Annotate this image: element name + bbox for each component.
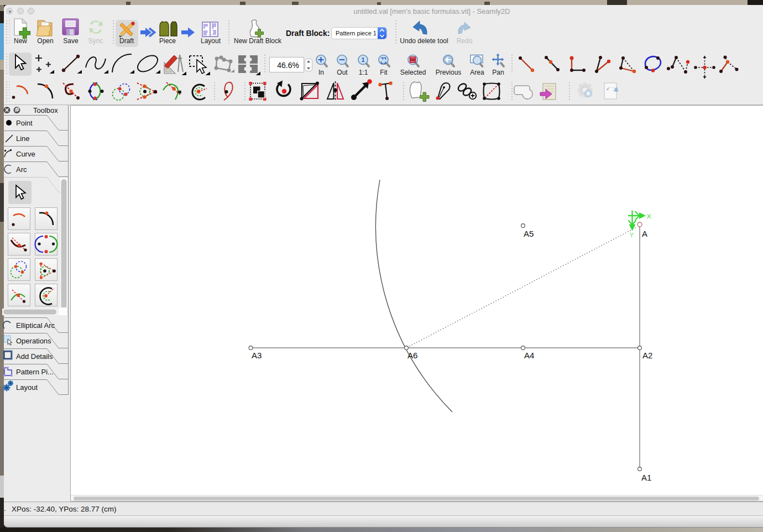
svg-text:Pan: Pan	[492, 69, 504, 76]
svg-text:Area: Area	[470, 69, 484, 76]
svg-text:Sync: Sync	[88, 37, 103, 45]
svg-text:A4: A4	[524, 351, 534, 360]
svg-text:Draft: Draft	[119, 37, 134, 45]
svg-text:New Draft Block: New Draft Block	[234, 37, 282, 45]
svg-text:Y: Y	[630, 232, 634, 238]
svg-text:A3: A3	[252, 351, 262, 360]
svg-text:Toolbox: Toolbox	[33, 106, 58, 114]
svg-text:Line: Line	[16, 134, 30, 143]
svg-text:Out: Out	[337, 69, 348, 76]
svg-text:1:1: 1:1	[359, 69, 368, 76]
svg-text:Selected: Selected	[400, 69, 426, 76]
svg-text:Curve: Curve	[16, 150, 35, 158]
svg-text:Elliptical Arc: Elliptical Arc	[16, 321, 55, 330]
svg-text:Fit: Fit	[380, 69, 388, 76]
svg-text:Add Details: Add Details	[16, 352, 53, 361]
svg-text:A1: A1	[641, 473, 651, 482]
svg-text:In: In	[318, 69, 324, 76]
svg-text:A6: A6	[407, 351, 417, 360]
svg-text:Point: Point	[16, 119, 33, 127]
svg-text:Layout: Layout	[16, 383, 38, 392]
svg-text:Undo delete tool: Undo delete tool	[400, 37, 448, 45]
svg-text:Pattern Pi...: Pattern Pi...	[16, 368, 54, 376]
svg-text:Save: Save	[63, 37, 79, 45]
svg-text:A: A	[642, 229, 647, 238]
svg-text:Piece: Piece	[159, 37, 176, 45]
svg-text:X: X	[647, 213, 651, 220]
svg-text:Layout: Layout	[201, 37, 221, 45]
svg-text:New: New	[14, 37, 27, 45]
svg-text:A5: A5	[524, 229, 534, 238]
svg-text:Pattern piece 1: Pattern piece 1	[336, 30, 377, 36]
svg-text:A2: A2	[642, 351, 652, 360]
svg-text:1: 1	[361, 56, 364, 63]
svg-text:Draft Block:: Draft Block:	[286, 29, 330, 38]
svg-text:Redo: Redo	[457, 37, 473, 45]
svg-text:Open: Open	[37, 37, 53, 45]
svg-text:Arc: Arc	[16, 165, 27, 174]
svg-text:Operations: Operations	[16, 337, 51, 345]
svg-text:Previous: Previous	[436, 69, 462, 76]
svg-text:46.6%: 46.6%	[277, 61, 299, 70]
